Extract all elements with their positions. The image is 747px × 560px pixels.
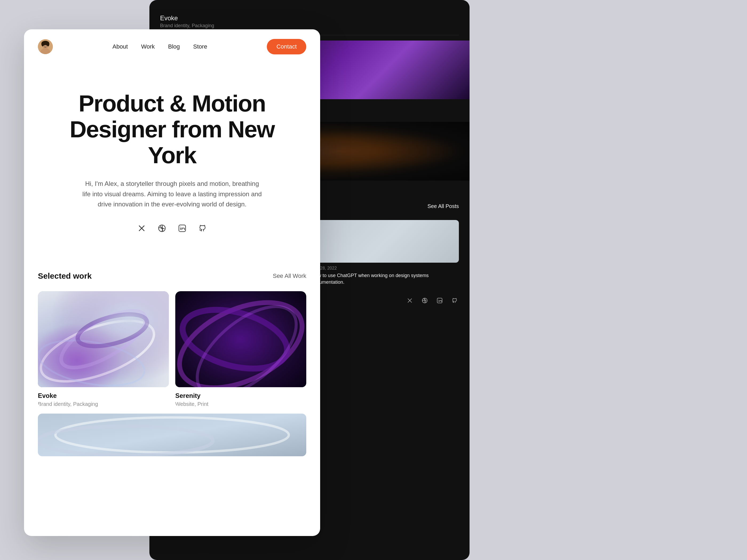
- svg-point-20: [38, 333, 148, 387]
- dark-blog-item-2[interactable]: Feb 28, 2022 How to use ChatGPT when wor…: [312, 220, 459, 286]
- work-card-evoke[interactable]: Evoke Brand identity, Packaging: [38, 291, 169, 407]
- dark-github-icon[interactable]: [450, 296, 459, 305]
- svg-point-18: [38, 308, 161, 387]
- work-card-serenity-title: Serenity: [175, 392, 306, 399]
- see-all-work-link[interactable]: See All Work: [273, 272, 306, 279]
- svg-rect-16: [38, 291, 169, 387]
- twitter-x-icon[interactable]: [136, 222, 148, 234]
- work-card-evoke-tags: Brand identity, Packaging: [38, 401, 169, 407]
- nav-store[interactable]: Store: [188, 41, 213, 53]
- nav-work[interactable]: Work: [136, 41, 160, 53]
- work-grid: Evoke Brand identity, Packaging: [38, 291, 306, 407]
- navbar: About Work Blog Store Contact: [24, 29, 320, 64]
- selected-work-section: Selected work See All Work: [24, 256, 320, 456]
- hero-subtitle: Hi, I'm Alex, a storyteller through pixe…: [81, 179, 263, 209]
- white-card: About Work Blog Store Contact Product & …: [24, 29, 320, 536]
- contact-button[interactable]: Contact: [267, 39, 306, 54]
- section-header: Selected work See All Work: [38, 271, 306, 281]
- work-card-serenity-image: [175, 291, 306, 387]
- dark-blog-title-2: How to use ChatGPT when working on desig…: [312, 272, 459, 286]
- dark-blog-img-2: [312, 220, 459, 263]
- work-card-serenity-tags: Website, Print: [175, 401, 306, 407]
- dark-work-tags-evoke: Brand identity, Packaging: [160, 23, 459, 29]
- avatar-image: [38, 39, 53, 54]
- dark-work-name-evoke: Evoke: [160, 15, 459, 22]
- svg-point-19: [53, 300, 153, 378]
- svg-rect-17: [38, 291, 169, 387]
- svg-point-11: [47, 42, 49, 46]
- dribbble-icon[interactable]: [156, 222, 168, 234]
- work-card-evoke-image: [38, 291, 169, 387]
- nav-blog[interactable]: Blog: [163, 41, 185, 53]
- dark-linkedin-icon[interactable]: [435, 296, 444, 305]
- github-icon[interactable]: [197, 222, 208, 234]
- hero-section: Product & MotionDesigner from New York H…: [24, 64, 320, 256]
- social-icons: [45, 222, 299, 234]
- dark-blog-date-2: Feb 28, 2022: [312, 266, 459, 271]
- nav-links: About Work Blog Store: [107, 41, 213, 53]
- work-card-serenity[interactable]: Serenity Website, Print: [175, 291, 306, 407]
- linkedin-icon[interactable]: [176, 222, 188, 234]
- section-title: Selected work: [38, 271, 92, 281]
- avatar[interactable]: [38, 39, 53, 54]
- dark-x-icon[interactable]: [406, 296, 414, 305]
- svg-point-10: [41, 42, 44, 46]
- svg-rect-26: [38, 414, 306, 456]
- nav-about[interactable]: About: [107, 41, 133, 53]
- svg-point-21: [74, 308, 151, 352]
- hero-title: Product & MotionDesigner from New York: [45, 91, 299, 168]
- work-card-evoke-title: Evoke: [38, 392, 169, 399]
- work-card-blue[interactable]: [38, 414, 306, 456]
- dark-dribbble-icon[interactable]: [420, 296, 429, 305]
